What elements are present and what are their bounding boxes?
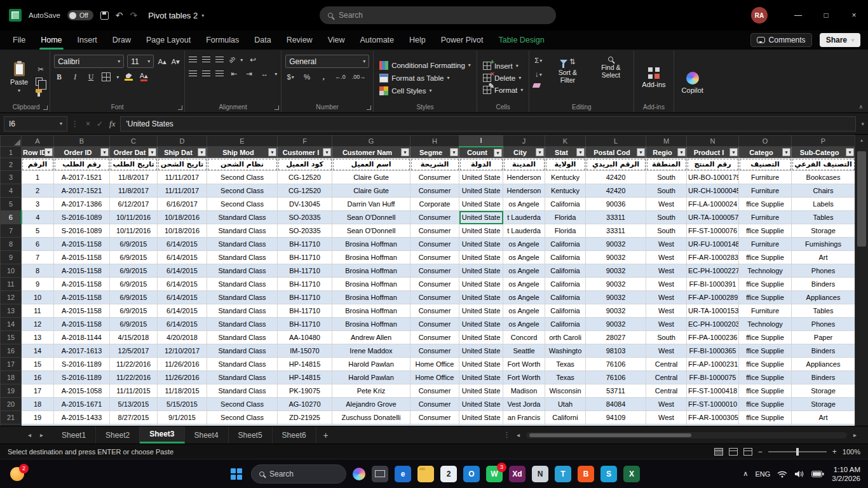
enter-icon[interactable]: ✓ <box>97 119 103 128</box>
cell[interactable]: 6 <box>22 238 54 251</box>
cell[interactable]: 14 <box>22 344 54 358</box>
cell[interactable]: Art <box>792 411 855 424</box>
cell[interactable]: 11/11/2017 <box>158 184 207 198</box>
cell[interactable]: S-2016-1189 <box>54 358 110 371</box>
cell[interactable]: United State <box>459 211 503 224</box>
cell[interactable]: 10/11/2016 <box>110 211 158 224</box>
format-as-table-button[interactable]: Format as Table ▾ <box>377 72 473 84</box>
cell[interactable]: Labels <box>792 198 855 211</box>
cell[interactable]: Pete Kriz <box>332 384 410 398</box>
cell[interactable]: Brosina Hoffman <box>332 291 410 304</box>
row-header-2[interactable]: 2 <box>1 158 22 171</box>
cell[interactable]: United State <box>459 358 503 371</box>
row-header-21[interactable]: 21 <box>1 411 22 424</box>
cell[interactable]: California <box>545 198 586 211</box>
cell[interactable]: Technology <box>739 424 792 426</box>
column-header-E[interactable]: E <box>207 135 278 147</box>
font-name-select[interactable]: Calibri ▾ <box>54 55 124 68</box>
cell[interactable]: 12/10/2017 <box>158 344 207 358</box>
cell[interactable]: الدولة <box>459 158 503 171</box>
align-right-icon[interactable] <box>215 71 224 78</box>
cell[interactable]: Consumer <box>410 318 459 331</box>
cell[interactable]: Second Class <box>207 171 278 184</box>
cell[interactable]: Home Office <box>410 358 459 371</box>
row-header-8[interactable]: 8 <box>1 238 22 251</box>
column-header-D[interactable]: D <box>158 135 207 147</box>
cell[interactable]: Furniture <box>739 304 792 318</box>
cell[interactable]: تاريخ الطلب <box>110 158 158 171</box>
cell[interactable]: 6/9/2015 <box>110 318 158 331</box>
cell[interactable]: A-2015-1158 <box>54 291 110 304</box>
cell[interactable]: 94109 <box>586 424 646 426</box>
restore-button[interactable]: □ <box>812 0 840 30</box>
cell[interactable]: United State <box>459 291 503 304</box>
cell[interactable]: Central <box>646 371 687 384</box>
cell[interactable]: South <box>646 211 687 224</box>
filter-dropdown-icon[interactable]: ▾ <box>677 148 686 156</box>
cell[interactable]: West <box>646 318 687 331</box>
column-header-P[interactable]: P <box>792 135 855 147</box>
row-header-12[interactable]: 12 <box>1 291 22 304</box>
underline-button[interactable]: U <box>86 72 96 82</box>
cell[interactable]: SO-20335 <box>278 224 332 238</box>
cell[interactable]: EC-PH-1000203 <box>687 318 739 331</box>
sort-filter-button[interactable]: ⇅ Sort & Filter <box>548 55 587 85</box>
cell[interactable]: 6/14/2015 <box>158 251 207 264</box>
wifi-icon[interactable] <box>777 470 787 478</box>
select-all-button[interactable] <box>1 135 22 147</box>
row-header-5[interactable]: 5 <box>1 198 22 211</box>
grow-font-icon[interactable]: A▴ <box>157 57 167 67</box>
cell[interactable]: United State <box>459 238 503 251</box>
cell[interactable]: Standard Class <box>207 278 278 291</box>
copilot-button[interactable]: Copilot <box>678 71 707 95</box>
cell[interactable]: os Angele <box>503 318 545 331</box>
cell[interactable]: Standard Class <box>207 318 278 331</box>
cell[interactable]: FF-BI-1000365 <box>687 344 739 358</box>
cell[interactable]: 5/13/2015 <box>110 398 158 411</box>
cell[interactable]: Claire Gute <box>332 171 410 184</box>
cell[interactable]: A-2017-1386 <box>54 198 110 211</box>
cell[interactable]: 6/9/2015 <box>110 304 158 318</box>
cell[interactable]: Claire Gute <box>332 184 410 198</box>
cell[interactable]: S-2016-1089 <box>54 211 110 224</box>
cell[interactable]: Appliances <box>792 291 855 304</box>
cell[interactable]: التصنيف <box>739 158 792 171</box>
cell[interactable]: ffice Supplie <box>739 251 792 264</box>
ribbon-tab-automate[interactable]: Automate <box>353 30 402 50</box>
cell[interactable]: 11/11/2017 <box>158 171 207 184</box>
cell[interactable]: FF-PA-1000236 <box>687 331 739 344</box>
cell[interactable]: Standard Class <box>207 238 278 251</box>
cell[interactable]: 90032 <box>586 238 646 251</box>
filter-dropdown-icon[interactable]: ▾ <box>100 148 109 156</box>
cell[interactable]: Storage <box>792 398 855 411</box>
cell[interactable]: Zuschuss Donatelli <box>332 424 410 426</box>
cell[interactable]: A-2015-1433 <box>54 411 110 424</box>
hscroll-left-icon[interactable]: ◂ <box>517 431 520 438</box>
number-format-select[interactable]: General ▾ <box>285 55 369 68</box>
ribbon-tab-file[interactable]: File <box>5 30 33 50</box>
cell[interactable]: AG-10270 <box>278 398 332 411</box>
sheet-tab-sheet5[interactable]: Sheet5 <box>229 426 273 444</box>
cell[interactable]: 6/9/2015 <box>110 278 158 291</box>
ribbon-tab-insert[interactable]: Insert <box>70 30 105 50</box>
cell[interactable]: United State <box>459 344 503 358</box>
cell[interactable]: South <box>646 184 687 198</box>
cell[interactable]: California <box>545 304 586 318</box>
row-header-1[interactable]: 1 <box>1 147 22 158</box>
cell[interactable]: HP-14815 <box>278 358 332 371</box>
cell[interactable]: تاريخ الشحن <box>158 158 207 171</box>
cell[interactable]: Second Class <box>207 184 278 198</box>
cell[interactable]: Brosina Hoffman <box>332 304 410 318</box>
cell[interactable]: 18 <box>22 398 54 411</box>
decrease-decimal-icon[interactable]: .00→ <box>352 72 366 82</box>
row-header-13[interactable]: 13 <box>1 304 22 318</box>
cell[interactable]: 16 <box>22 371 54 384</box>
telegram-icon[interactable]: T <box>555 466 571 482</box>
cell[interactable]: FF-BI-1000075 <box>687 371 739 384</box>
cell[interactable]: os Angele <box>503 278 545 291</box>
cell[interactable]: UR-TA-1000057 <box>687 211 739 224</box>
cell[interactable]: Phones <box>792 318 855 331</box>
autosave-toggle[interactable]: Off <box>67 10 93 20</box>
cell[interactable]: os Angele <box>503 304 545 318</box>
collapse-ribbon-icon[interactable]: ∧ <box>858 104 863 110</box>
